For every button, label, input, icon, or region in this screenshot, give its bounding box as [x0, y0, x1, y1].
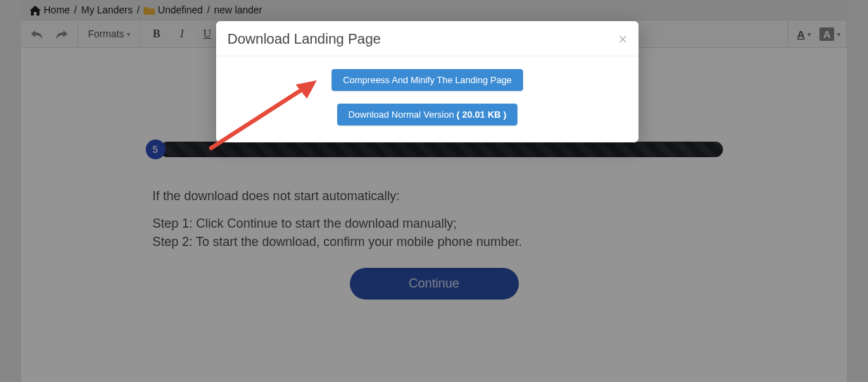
compress-minify-button[interactable]: Compreess And Minify The Landing Page	[332, 69, 523, 91]
download-normal-button[interactable]: Download Normal Version ( 20.01 KB )	[337, 104, 518, 125]
modal-title: Download Landing Page	[227, 31, 381, 47]
close-icon[interactable]: ×	[618, 32, 627, 47]
download-modal: Download Landing Page × Compreess And Mi…	[216, 21, 639, 142]
download-normal-size: ( 20.01 KB )	[457, 109, 507, 120]
download-normal-label: Download Normal Version	[348, 109, 457, 120]
modal-header: Download Landing Page ×	[216, 21, 639, 56]
modal-body: Compreess And Minify The Landing Page Do…	[216, 56, 639, 142]
